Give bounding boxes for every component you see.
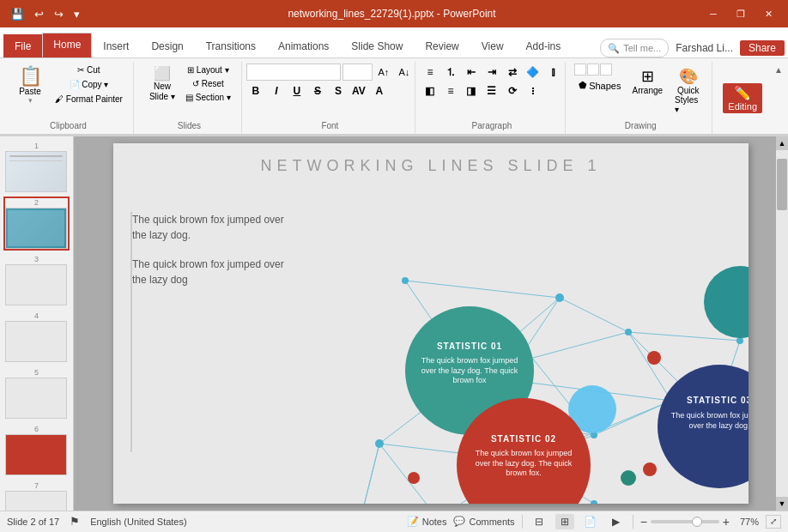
zoom-out-button[interactable]: − xyxy=(640,515,647,529)
slide-thumb-4[interactable]: 4 xyxy=(3,310,70,364)
normal-view-button[interactable]: ⊟ xyxy=(530,514,549,529)
slide-secondary: ⊞ Layout ▾ ↺ Reset ▤ Section ▾ xyxy=(182,63,234,104)
slide-thumb-3[interactable]: 3 xyxy=(3,253,70,307)
scroll-down-button[interactable]: ▼ xyxy=(776,497,788,511)
columns-button[interactable]: ⫿ xyxy=(544,63,563,81)
strikethrough-button[interactable]: S xyxy=(308,82,327,100)
align-right-button[interactable]: ◨ xyxy=(462,82,481,100)
justify-button[interactable]: ☰ xyxy=(482,82,501,100)
slide-thumb-6[interactable]: 6 xyxy=(3,423,70,477)
section-button[interactable]: ▤ Section ▾ xyxy=(182,91,234,104)
new-slide-icon: ⬜ xyxy=(154,67,171,81)
tab-addins[interactable]: Add-ins xyxy=(515,34,573,57)
italic-button[interactable]: I xyxy=(267,82,286,100)
undo-button[interactable]: ↩ xyxy=(31,6,47,22)
vertical-scrollbar[interactable]: ▲ ▼ xyxy=(776,136,788,511)
shadow-button[interactable]: S xyxy=(329,82,348,100)
slide-thumb-5[interactable]: 5 xyxy=(3,366,70,420)
smartart-button[interactable]: 🔷 xyxy=(524,63,543,81)
quick-styles-button[interactable]: 🎨 Quick Styles ▾ xyxy=(670,63,706,118)
reading-view-button[interactable]: 📄 xyxy=(581,514,600,529)
font-color-button[interactable]: A xyxy=(370,82,389,100)
arrange-button[interactable]: ⊞ Arrange xyxy=(628,63,666,99)
new-slide-button[interactable]: ⬜ New Slide ▾ xyxy=(144,63,180,105)
slide-thumb-2[interactable]: 2 xyxy=(3,196,70,251)
scroll-track[interactable] xyxy=(776,150,788,497)
reset-button[interactable]: ↺ Reset xyxy=(182,77,234,90)
clipboard-group: 📋 Paste ▾ ✂ Cut 📄 Copy ▾ 🖌 Format Painte… xyxy=(3,62,134,134)
cut-button[interactable]: ✂ Cut xyxy=(52,63,126,76)
font-row1: A↑ A↓ xyxy=(246,63,414,81)
tell-me-label: Tell me... xyxy=(623,43,661,53)
zoom-thumb[interactable] xyxy=(692,517,702,527)
bold-button[interactable]: B xyxy=(246,82,265,100)
tab-animations[interactable]: Animations xyxy=(267,34,340,57)
shapes-icon: ⬟ xyxy=(579,80,587,91)
font-size-input[interactable] xyxy=(342,63,373,81)
bullets-button[interactable]: ≡ xyxy=(421,63,439,81)
comments-button[interactable]: 💬 Comments xyxy=(453,516,514,527)
tab-file[interactable]: File xyxy=(3,34,42,57)
scroll-up-button[interactable]: ▲ xyxy=(776,136,788,150)
minimize-button[interactable]: ─ xyxy=(700,4,726,23)
scroll-thumb[interactable] xyxy=(777,159,787,210)
char-spacing-button[interactable]: AV xyxy=(349,82,368,100)
numbering-button[interactable]: ⒈ xyxy=(441,63,460,81)
increase-font-button[interactable]: A↑ xyxy=(374,63,393,81)
align-left-button[interactable]: ◧ xyxy=(421,82,439,100)
network-visualization: STATISTIC 01 The quick brown fox jumped … xyxy=(113,143,749,504)
redo-button[interactable]: ↪ xyxy=(51,6,67,22)
tell-me-input[interactable]: 🔍 Tell me... xyxy=(600,39,669,57)
zoom-slider[interactable] xyxy=(651,520,719,523)
decrease-font-button[interactable]: A↓ xyxy=(395,63,414,81)
shapes-button[interactable]: ⬟Shapes xyxy=(574,77,625,94)
editing-badge[interactable]: ✏️ Editing xyxy=(723,83,762,113)
tab-insert[interactable]: Insert xyxy=(92,34,140,57)
indent-right-button[interactable]: ⇥ xyxy=(482,63,501,81)
fit-page-button[interactable]: ⤢ xyxy=(766,515,781,529)
slides-group: ⬜ New Slide ▾ ⊞ Layout ▾ ↺ Reset ▤ Secti… xyxy=(137,62,242,134)
window-title: networking_lines_22729(1).pptx - PowerPo… xyxy=(83,8,700,20)
svg-line-18 xyxy=(525,298,560,349)
convert-button[interactable]: ⇄ xyxy=(503,63,522,81)
save-button[interactable]: 💾 xyxy=(7,6,27,22)
notes-button[interactable]: 📝 Notes xyxy=(407,516,447,527)
user-name[interactable]: Farshad Li... xyxy=(676,42,733,54)
zoom-level[interactable]: 77% xyxy=(733,517,759,527)
zoom-in-button[interactable]: + xyxy=(723,515,730,529)
close-button[interactable]: ✕ xyxy=(755,4,781,23)
title-bar: 💾 ↩ ↪ ▾ networking_lines_22729(1).pptx -… xyxy=(0,0,788,27)
align-text-button[interactable]: ⫶ xyxy=(524,82,543,100)
comments-icon: 💬 xyxy=(453,516,465,527)
share-button[interactable]: Share xyxy=(740,40,785,56)
accessibility-icon: ⚑ xyxy=(70,515,80,528)
tab-slideshow[interactable]: Slide Show xyxy=(340,34,414,57)
shape-item[interactable] xyxy=(600,63,612,76)
collapse-ribbon-button[interactable]: ▲ xyxy=(773,63,785,76)
shape-item[interactable] xyxy=(574,63,586,76)
paste-button[interactable]: 📋 Paste ▾ xyxy=(10,63,50,108)
slideshow-button[interactable]: ▶ xyxy=(607,514,626,529)
align-center-button[interactable]: ≡ xyxy=(441,82,460,100)
drawing-group: ⬟Shapes ⊞ Arrange 🎨 Quick Styles ▾ Drawi… xyxy=(569,62,712,134)
underline-button[interactable]: U xyxy=(288,82,306,100)
tab-review[interactable]: Review xyxy=(414,34,470,57)
customize-button[interactable]: ▾ xyxy=(70,6,83,22)
restore-button[interactable]: ❐ xyxy=(728,4,754,23)
format-painter-button[interactable]: 🖌 Format Painter xyxy=(52,93,126,106)
slide-sorter-button[interactable]: ⊞ xyxy=(555,514,574,529)
tab-home[interactable]: Home xyxy=(42,33,92,57)
font-family-input[interactable] xyxy=(246,63,341,81)
tab-transitions[interactable]: Transitions xyxy=(195,34,267,57)
copy-button[interactable]: 📄 Copy ▾ xyxy=(52,78,126,91)
tab-view[interactable]: View xyxy=(470,34,515,57)
ribbon-content: 📋 Paste ▾ ✂ Cut 📄 Copy ▾ 🖌 Format Painte… xyxy=(0,58,788,136)
slide-thumb-7[interactable]: 7 xyxy=(3,480,70,511)
svg-point-29 xyxy=(555,293,564,302)
text-direction-button[interactable]: ⟳ xyxy=(503,82,522,100)
slide-thumb-1[interactable]: 1 xyxy=(3,140,70,194)
shape-item[interactable] xyxy=(587,63,599,76)
indent-left-button[interactable]: ⇤ xyxy=(462,63,481,81)
tab-design[interactable]: Design xyxy=(140,34,194,57)
layout-button[interactable]: ⊞ Layout ▾ xyxy=(182,63,234,76)
